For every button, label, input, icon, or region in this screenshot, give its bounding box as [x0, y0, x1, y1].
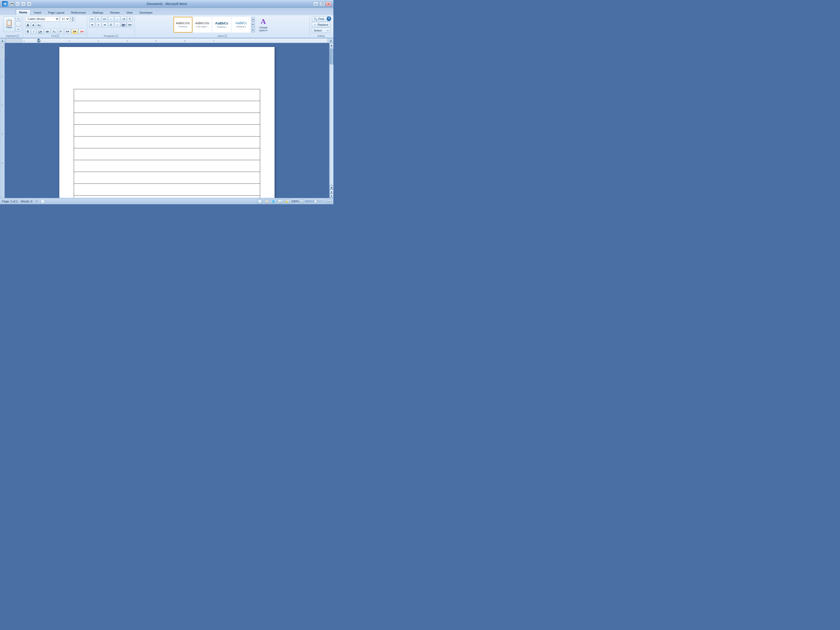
table-row[interactable] — [74, 184, 260, 196]
document-table[interactable] — [74, 89, 260, 198]
show-marks-btn[interactable]: ¶ — [127, 16, 133, 22]
tab-insert[interactable]: Insert — [31, 9, 45, 15]
document-area[interactable] — [5, 43, 329, 198]
table-cell[interactable] — [74, 89, 260, 101]
document-page[interactable] — [59, 47, 275, 198]
doc-view-icon[interactable]: 📄 — [41, 199, 45, 203]
style-no-spacing[interactable]: AaBbCcDc ¶ No Spaci... — [193, 17, 212, 33]
zoom-in-btn[interactable]: + — [327, 199, 331, 204]
table-cell[interactable] — [74, 125, 260, 136]
draft-btn[interactable]: 📐 — [284, 199, 290, 204]
tab-page-layout[interactable]: Page Layout — [45, 9, 68, 15]
numbering-btn[interactable]: 1. — [96, 16, 101, 22]
minimize-btn[interactable]: — — [313, 2, 319, 6]
table-cell[interactable] — [74, 101, 260, 113]
table-row[interactable] — [74, 196, 260, 198]
clear-format-btn[interactable]: Aa — [36, 22, 42, 28]
next-page-btn[interactable]: ▲ — [330, 189, 333, 194]
next-page-down-btn[interactable]: ▼ — [330, 194, 333, 198]
font-size-down-btn[interactable]: ▼ — [70, 19, 75, 22]
style-heading2[interactable]: AaBbCc Heading 2 — [232, 17, 251, 33]
table-row[interactable] — [74, 136, 260, 148]
shrink-font-btn[interactable]: A — [31, 22, 35, 28]
style-normal[interactable]: AaBbCcDc ¶ Normal — [174, 17, 193, 33]
align-right-btn[interactable]: ➡ — [102, 22, 107, 27]
zoom-out-btn[interactable]: − — [300, 199, 304, 204]
redo-quick-btn[interactable]: ↪ — [21, 2, 26, 6]
tab-mailings[interactable]: Mailings — [89, 9, 107, 15]
styles-scroll-down-btn[interactable]: ▼ — [251, 22, 255, 27]
styles-expand-btn[interactable]: ⊡ — [251, 28, 255, 32]
table-cell[interactable] — [74, 184, 260, 196]
bullets-btn[interactable]: ≡• — [89, 16, 95, 22]
table-row[interactable] — [74, 172, 260, 184]
align-left-btn[interactable]: ⬅ — [89, 22, 95, 27]
multilevel-btn[interactable]: ≡≡ — [102, 16, 107, 22]
subscript-btn[interactable]: X₂ — [51, 29, 57, 34]
save-quick-btn[interactable]: 💾 — [9, 2, 14, 6]
tab-developer[interactable]: Developer — [136, 9, 156, 15]
ruler-settings-btn[interactable]: ⊡ — [328, 38, 333, 43]
close-btn[interactable]: ✕ — [325, 2, 331, 6]
table-row[interactable] — [74, 89, 260, 101]
superscript-btn[interactable]: X² — [58, 29, 64, 34]
tab-type-btn[interactable]: L — [0, 38, 6, 43]
customize-quick-btn[interactable]: ▾ — [27, 2, 32, 6]
format-painter-btn[interactable]: ✏ — [16, 27, 21, 32]
font-color-btn[interactable]: A▾ — [79, 29, 85, 34]
paste-btn[interactable]: 📋 Paste — [3, 16, 15, 32]
full-screen-btn[interactable]: 📋 — [264, 199, 269, 204]
line-spacing-btn[interactable]: ↕ — [114, 22, 120, 27]
undo-quick-btn[interactable]: ↩ — [15, 2, 20, 6]
table-cell[interactable] — [74, 160, 260, 172]
copy-btn[interactable]: 📄 — [16, 22, 21, 26]
table-cell[interactable] — [74, 172, 260, 184]
scroll-track[interactable] — [330, 47, 333, 185]
scroll-up-btn[interactable]: ▲ — [330, 43, 333, 47]
text-effects-btn[interactable]: A▾ — [64, 29, 71, 34]
maximize-btn[interactable]: ❐ — [319, 2, 325, 6]
tab-references[interactable]: References — [68, 9, 89, 15]
table-row[interactable] — [74, 160, 260, 172]
font-expand-btn[interactable]: ↗ — [57, 35, 59, 37]
italic-btn[interactable]: I — [31, 29, 36, 34]
table-cell[interactable] — [74, 136, 260, 148]
clipboard-expand-btn[interactable]: ↗ — [16, 35, 19, 37]
outline-btn[interactable]: 📊 — [278, 199, 283, 204]
font-size-up-btn[interactable]: ▲ — [70, 17, 75, 19]
justify-btn[interactable]: ☰ — [108, 22, 114, 27]
shading-btn[interactable]: ▦▾ — [121, 22, 126, 27]
cut-btn[interactable]: ✂ — [16, 16, 21, 21]
styles-scroll-up-btn[interactable]: ▲ — [251, 17, 255, 22]
para-expand-btn[interactable]: ↗ — [115, 35, 118, 37]
table-row[interactable] — [74, 113, 260, 125]
decrease-indent-btn[interactable]: ← — [108, 16, 114, 22]
change-styles-btn[interactable]: A ChangeStyles ▾ — [256, 16, 271, 33]
web-layout-btn[interactable]: 🌐 — [271, 199, 276, 204]
replace-btn[interactable]: ↔ Replace — [312, 22, 330, 27]
prev-page-btn[interactable]: ◉ — [330, 185, 333, 189]
table-cell[interactable] — [74, 113, 260, 125]
table-row[interactable] — [74, 125, 260, 136]
zoom-slider[interactable] — [305, 200, 326, 202]
table-row[interactable] — [74, 148, 260, 160]
table-cell[interactable] — [74, 196, 260, 198]
sort-btn[interactable]: ↕A — [121, 16, 126, 22]
font-family-select[interactable]: Calibri (Body) — [25, 16, 59, 22]
bold-btn[interactable]: B — [25, 29, 30, 34]
tab-home[interactable]: Home — [16, 9, 31, 15]
scroll-thumb[interactable] — [330, 49, 333, 64]
underline-btn[interactable]: U▾ — [37, 29, 44, 34]
table-cell[interactable] — [74, 148, 260, 160]
highlight-color-btn[interactable]: A▾ — [71, 29, 78, 34]
font-size-select[interactable]: 11 — [60, 16, 70, 22]
strikethrough-btn[interactable]: ab — [44, 29, 51, 34]
align-center-btn[interactable]: ≡ — [96, 22, 101, 27]
increase-indent-btn[interactable]: → — [114, 16, 120, 22]
styles-expand-dialog-btn[interactable]: ↗ — [224, 35, 227, 37]
borders-btn[interactable]: ⊞▾ — [127, 22, 133, 27]
tab-view[interactable]: View — [123, 9, 136, 15]
table-row[interactable] — [74, 101, 260, 113]
print-layout-btn[interactable]: 📄 — [257, 199, 262, 204]
grow-font-btn[interactable]: A — [25, 22, 30, 28]
